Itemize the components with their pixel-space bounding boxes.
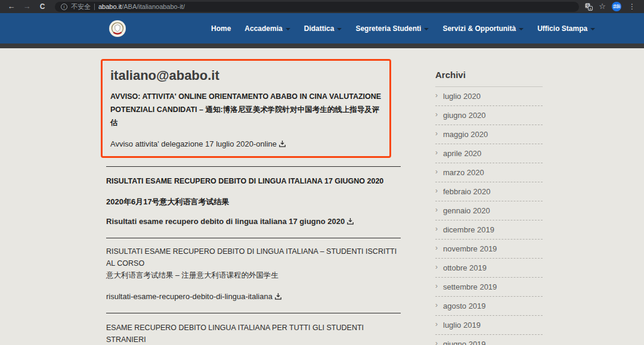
browser-toolbar: ← → C i 不安全 ababo.it/ABA/italianoababo-i…	[0, 0, 644, 13]
post-title: RISULTATI ESAME RECUPERO DEBITO DI LINGU…	[106, 245, 401, 269]
chevron-right-icon: ›	[435, 206, 438, 214]
archive-link-gennaio-2020[interactable]: ›gennaio 2020	[435, 201, 543, 220]
security-status-label: 不安全	[71, 2, 91, 11]
section-divider	[106, 166, 401, 167]
download-icon	[278, 140, 286, 148]
chevron-right-icon: ›	[435, 263, 438, 271]
chevron-right-icon: ›	[435, 91, 438, 100]
bookmark-star-icon[interactable]: ☆	[599, 0, 606, 13]
chevron-right-icon: ›	[435, 148, 438, 157]
archive-link-maggio-2020[interactable]: ›maggio 2020	[435, 125, 543, 144]
archive-link-giugno-2020[interactable]: ›giugno 2020	[435, 106, 543, 125]
archive-list: ›luglio 2020 ›giugno 2020 ›maggio 2020 ›…	[435, 87, 543, 345]
nav-item-ufficio-stampa[interactable]: Ufficio Stampa	[537, 24, 595, 33]
main-menu: Home Accademia Didattica Segreteria Stud…	[211, 24, 595, 33]
chevron-right-icon: ›	[435, 244, 438, 252]
archive-link-ottobre-2019[interactable]: ›ottobre 2019	[435, 259, 543, 278]
chevron-right-icon: ›	[435, 320, 438, 328]
url-domain: ababo.it	[98, 3, 122, 10]
site-navbar: Home Accademia Didattica Segreteria Stud…	[0, 13, 644, 43]
omnibox-divider	[94, 4, 95, 10]
section-divider	[106, 313, 401, 313]
chevron-down-icon	[519, 28, 524, 30]
forward-button[interactable]: →	[20, 0, 33, 13]
archive-label: aprile 2020	[443, 149, 481, 158]
post-download-link[interactable]: Risultati esame recupero debito di lingu…	[106, 217, 354, 226]
url-path: /ABA/italianoababo-it/	[122, 3, 185, 10]
translate-icon[interactable]: 文 A	[585, 3, 593, 11]
avviso-highlight-box: italiano@ababo.it AVVISO: ATTIVITA' ONLI…	[101, 59, 391, 158]
nav-label: Ufficio Stampa	[537, 24, 587, 33]
chevron-right-icon: ›	[435, 129, 438, 138]
archive-link-settembre-2019[interactable]: ›settembre 2019	[435, 278, 543, 297]
avviso-download-link[interactable]: Avviso attivita' delegazione 17 luglio 2…	[110, 139, 286, 148]
archive-label: novembre 2019	[443, 244, 497, 253]
nav-label: Didattica	[304, 24, 335, 33]
download-link-label: risultati-esame-recupero-debito-di-lingu…	[106, 292, 273, 301]
download-link-label: Avviso attivita' delegazione 17 luglio 2…	[110, 139, 277, 148]
post-subtitle-cn: 意大利语言考试结果 – 注册意大利语课程的外国学生	[106, 269, 401, 281]
post-title: ESAME RECUPERO DEBITO LINGUA ITALIANA PE…	[106, 322, 401, 345]
archive-link-febbraio-2020[interactable]: ›febbraio 2020	[435, 182, 543, 201]
nav-item-accademia[interactable]: Accademia	[244, 24, 290, 33]
back-button[interactable]: ←	[5, 0, 18, 13]
chevron-down-icon	[337, 28, 342, 30]
archive-label: giugno 2019	[443, 340, 486, 345]
site-info-icon[interactable]: i	[61, 4, 67, 10]
archive-link-aprile-2020[interactable]: ›aprile 2020	[435, 144, 543, 163]
archive-label: luglio 2019	[443, 321, 481, 330]
page-title: italiano@ababo.it	[110, 68, 382, 83]
url-text[interactable]: ababo.it/ABA/italianoababo-it/	[98, 3, 185, 10]
section-divider	[106, 238, 401, 238]
archive-label: dicembre 2019	[443, 225, 494, 234]
archives-sidebar: Archivi ›luglio 2020 ›giugno 2020 ›maggi…	[435, 48, 543, 345]
avviso-title: AVVISO: ATTIVITA' ONLINE ORIENTAMENTO AB…	[110, 91, 382, 130]
profile-avatar[interactable]: 森颜	[612, 2, 621, 11]
chevron-right-icon: ›	[435, 301, 438, 309]
ababo-logo[interactable]	[109, 20, 126, 37]
archive-label: marzo 2020	[443, 168, 484, 177]
archive-label: agosto 2019	[443, 302, 486, 310]
chevron-right-icon: ›	[435, 339, 438, 345]
nav-item-segreteria-studenti[interactable]: Segreteria Studenti	[355, 24, 429, 33]
archive-link-novembre-2019[interactable]: ›novembre 2019	[435, 240, 543, 259]
nav-label: Segreteria Studenti	[355, 24, 421, 33]
nav-item-didattica[interactable]: Didattica	[304, 24, 342, 33]
archive-link-luglio-2020[interactable]: ›luglio 2020	[435, 87, 543, 106]
archive-label: ottobre 2019	[443, 263, 487, 272]
chevron-down-icon	[286, 28, 290, 30]
archive-link-dicembre-2019[interactable]: ›dicembre 2019	[435, 220, 543, 240]
nav-item-servizi-opportunita[interactable]: Servizi & Opportunità	[442, 24, 524, 33]
reload-button[interactable]: C	[36, 0, 49, 13]
post-subtitle-cn: 2020年6月17号意大利语言考试结果	[106, 197, 401, 207]
archive-label: gennaio 2020	[443, 206, 490, 215]
post-title: RISULTATI ESAME RECUPERO DEBITO DI LINGU…	[106, 175, 401, 188]
chevron-right-icon: ›	[435, 167, 438, 176]
chevron-right-icon: ›	[435, 110, 438, 119]
nav-item-home[interactable]: Home	[211, 24, 231, 33]
archive-link-marzo-2020[interactable]: ›marzo 2020	[435, 163, 543, 182]
download-icon	[274, 293, 282, 300]
main-column: italiano@ababo.it AVVISO: ATTIVITA' ONLI…	[106, 48, 401, 345]
archive-link-luglio-2019[interactable]: ›luglio 2019	[435, 316, 543, 335]
navbar-bottom-strip	[0, 43, 644, 48]
nav-label: Home	[211, 24, 231, 33]
archive-label: febbraio 2020	[443, 187, 491, 196]
browser-menu-icon[interactable]: ⋮	[627, 2, 637, 11]
archive-link-giugno-2019[interactable]: ›giugno 2019	[435, 335, 543, 345]
archive-label: giugno 2020	[443, 111, 486, 120]
chevron-down-icon	[424, 28, 429, 30]
post-download-link[interactable]: risultati-esame-recupero-debito-di-lingu…	[106, 292, 282, 301]
archive-link-agosto-2019[interactable]: ›agosto 2019	[435, 297, 543, 316]
archive-label: settembre 2019	[443, 282, 497, 291]
page-content: italiano@ababo.it AVVISO: ATTIVITA' ONLI…	[0, 48, 644, 345]
chrome-right-controls: 文 A ☆ 森颜 ⋮	[585, 0, 639, 13]
address-bar[interactable]: i 不安全 ababo.it/ABA/italianoababo-it/	[55, 2, 579, 12]
download-link-label: Risultati esame recupero debito di lingu…	[106, 217, 345, 226]
svg-text:A: A	[589, 7, 592, 10]
chevron-right-icon: ›	[435, 225, 438, 233]
nav-label: Servizi & Opportunità	[442, 24, 516, 33]
archive-label: luglio 2020	[443, 92, 481, 101]
nav-label: Accademia	[244, 24, 282, 33]
chevron-right-icon: ›	[435, 282, 438, 290]
